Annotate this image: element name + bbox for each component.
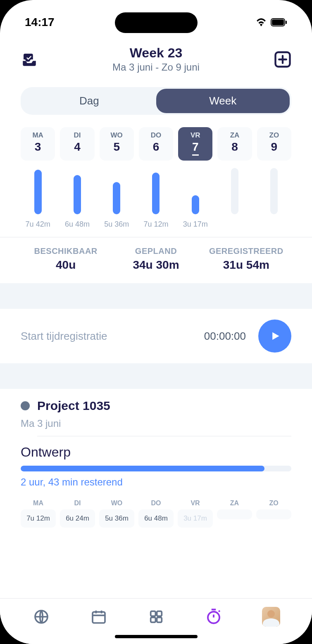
- task-name: Ontwerp: [21, 445, 291, 460]
- bar-label: 7u 12m: [139, 220, 173, 229]
- svg-rect-6: [150, 611, 155, 616]
- bar-ma: [34, 170, 42, 214]
- progress-fill: [21, 466, 264, 471]
- bar-label: 5u 36m: [100, 220, 134, 229]
- nav-grid[interactable]: [147, 608, 165, 626]
- bar-vr: [192, 195, 199, 214]
- nav-timer[interactable]: [205, 608, 223, 626]
- day-di[interactable]: DI4: [60, 127, 94, 161]
- mini-day[interactable]: ZA: [217, 500, 252, 528]
- day-ma[interactable]: MA3: [21, 127, 55, 161]
- bar-label: 7u 42m: [21, 220, 55, 229]
- day-do[interactable]: DO6: [139, 127, 173, 161]
- day-za[interactable]: ZA8: [217, 127, 252, 161]
- bar-label: 6u 48m: [60, 220, 94, 229]
- mini-day[interactable]: VR3u 17m: [178, 500, 213, 528]
- progress-bar: [21, 466, 291, 471]
- play-button[interactable]: [258, 320, 291, 353]
- project-color-dot: [21, 401, 30, 410]
- day-wo[interactable]: WO5: [100, 127, 134, 161]
- stat-registered-value: 31u 54m: [201, 258, 291, 272]
- home-indicator[interactable]: [115, 635, 198, 638]
- nav-calendar[interactable]: [90, 608, 108, 626]
- inbox-check-icon[interactable]: [21, 51, 38, 68]
- stat-planned-label: GEPLAND: [111, 246, 201, 256]
- stat-planned-value: 34u 30m: [111, 258, 201, 272]
- add-button[interactable]: [274, 51, 291, 68]
- timer-row: Start tijdregistratie 00:00:00: [0, 309, 312, 363]
- tab-week[interactable]: Week: [156, 89, 290, 113]
- battery-icon: [271, 18, 287, 26]
- svg-rect-2: [286, 21, 287, 24]
- task-remaining: 2 uur, 43 min resterend: [21, 476, 291, 488]
- stat-registered-label: GEREGISTREERD: [201, 246, 291, 256]
- bar-za: [231, 168, 238, 214]
- day-zo[interactable]: ZO9: [257, 127, 291, 161]
- svg-rect-9: [157, 618, 162, 623]
- page-title: Week 23: [112, 45, 200, 61]
- project-date: Ma 3 juni: [21, 418, 291, 429]
- hours-chart: [0, 161, 312, 214]
- svg-rect-5: [93, 612, 105, 623]
- mini-day[interactable]: ZO: [256, 500, 291, 528]
- svg-rect-1: [272, 19, 284, 25]
- stat-available-value: 40u: [21, 258, 111, 272]
- project-name: Project 1035: [37, 399, 110, 413]
- project-section[interactable]: Project 1035 Ma 3 juni: [0, 389, 312, 436]
- view-tabs: Dag Week: [21, 87, 291, 115]
- svg-rect-7: [157, 611, 162, 616]
- bar-label: [257, 220, 291, 229]
- tab-day[interactable]: Dag: [22, 89, 156, 113]
- nav-profile[interactable]: [262, 608, 280, 626]
- mini-day[interactable]: DI6u 24m: [60, 500, 95, 528]
- wifi-icon: [256, 18, 267, 26]
- mini-day[interactable]: DO6u 48m: [138, 500, 174, 528]
- mini-day[interactable]: MA7u 12m: [21, 500, 56, 528]
- svg-rect-8: [150, 618, 155, 623]
- day-vr[interactable]: VR7: [178, 127, 212, 161]
- bar-wo: [113, 182, 120, 214]
- bar-zo: [270, 168, 278, 214]
- bar-label: [217, 220, 252, 229]
- page-subtitle: Ma 3 juni - Zo 9 juni: [112, 62, 200, 73]
- timer-label: Start tijdregistratie: [21, 330, 204, 343]
- task-days-row: MA7u 12m DI6u 24m WO5u 36m DO6u 48m VR3u…: [0, 488, 312, 533]
- day-picker: MA3 DI4 WO5 DO6 VR7 ZA8 ZO9: [0, 115, 312, 161]
- bar-label: 3u 17m: [178, 220, 212, 229]
- mini-day[interactable]: WO5u 36m: [99, 500, 134, 528]
- bar-do: [152, 173, 160, 214]
- stat-available-label: BESCHIKBAAR: [21, 246, 111, 256]
- nav-globe[interactable]: [32, 608, 50, 626]
- task-section[interactable]: Ontwerp 2 uur, 43 min resterend: [0, 436, 312, 488]
- stats-row: BESCHIKBAAR40u GEPLAND34u 30m GEREGISTRE…: [0, 237, 312, 283]
- avatar: [262, 607, 280, 627]
- bar-di: [74, 175, 81, 214]
- timer-time: 00:00:00: [204, 330, 246, 343]
- status-time: 14:17: [25, 16, 55, 29]
